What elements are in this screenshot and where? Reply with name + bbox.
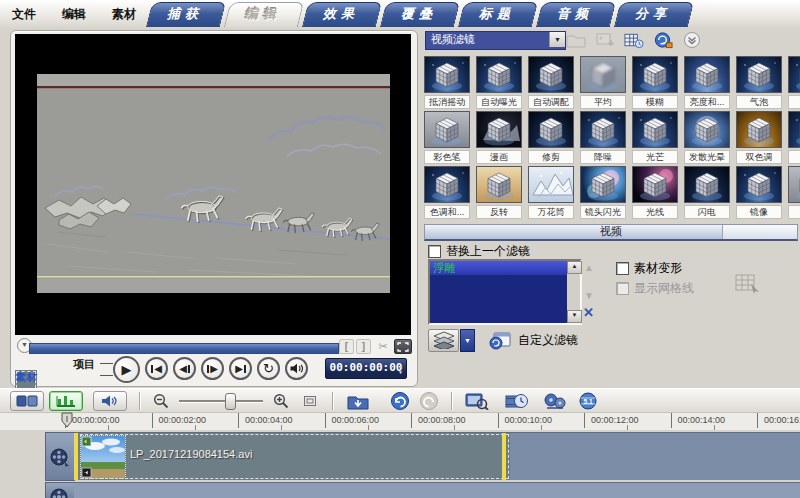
filter-thumbnail[interactable] [788, 166, 800, 203]
list-scrollbar[interactable]: ▲ ▼ [567, 261, 580, 323]
seek-bar[interactable] [29, 343, 339, 354]
video-track[interactable]: LP_20171219084154.avi [74, 432, 800, 480]
insert-media-button[interactable] [346, 391, 370, 411]
end-button[interactable]: ▶ [229, 357, 252, 380]
surround-sound-button[interactable]: 5.1 [577, 391, 601, 411]
filter-item-24[interactable] [788, 166, 800, 221]
undo-button[interactable] [388, 391, 412, 411]
filter-item-2[interactable]: 自动曝光 [476, 56, 522, 111]
menu-item-3[interactable]: 素材 [108, 4, 140, 25]
tab-1[interactable]: 捕获 [146, 1, 224, 27]
filter-item-16[interactable] [788, 111, 800, 166]
move-filter-down-button[interactable]: ▼ [584, 290, 594, 301]
tab-4[interactable]: 覆叠 [380, 1, 458, 27]
tab-7[interactable]: 分享 [614, 1, 692, 27]
applied-filter-item[interactable]: 浮雕 [430, 261, 580, 275]
filter-item-21[interactable]: 光线 [632, 166, 678, 221]
clip-trim-handle-left[interactable] [74, 433, 78, 480]
project-mode-label[interactable]: 项目 [73, 357, 95, 372]
options-panel-tab[interactable]: 视频 [424, 224, 798, 241]
next-frame-button[interactable]: ▶ [201, 357, 224, 380]
repeat-button[interactable]: ↻ [257, 357, 280, 380]
replace-last-filter-checkbox[interactable]: 替换上一个滤镜 [428, 243, 530, 260]
filter-thumbnail[interactable] [476, 166, 522, 203]
checkbox-box[interactable] [616, 262, 629, 275]
timeline-ruler[interactable]: 00:00:00:0000:00:02:0000:00:04:0000:00:0… [0, 412, 800, 431]
screen-capture-button[interactable] [465, 391, 489, 411]
mark-in-button[interactable]: [ [339, 339, 354, 354]
collapse-gallery-button[interactable] [682, 31, 702, 49]
filter-thumbnail[interactable] [580, 166, 626, 203]
delete-filter-button[interactable]: ✕ [583, 305, 594, 320]
timeline-clip[interactable]: LP_20171219084154.avi [74, 433, 510, 480]
play-button[interactable]: ▶ [113, 356, 140, 383]
filter-item-19[interactable]: 万花筒 [528, 166, 574, 221]
filter-item-20[interactable]: 镜头闪光 [580, 166, 626, 221]
timecode-spinner[interactable]: ▲▼ [396, 360, 405, 377]
library-options-button[interactable] [653, 31, 673, 49]
volume-button[interactable] [285, 357, 308, 380]
filter-thumbnail[interactable] [528, 166, 574, 203]
filter-item-15[interactable]: 双色调 [736, 111, 782, 166]
filter-presets-button[interactable] [428, 329, 459, 352]
fit-project-button[interactable] [298, 391, 322, 411]
scroll-down-button[interactable]: ▼ [567, 310, 582, 323]
slider-thumb[interactable] [225, 393, 236, 410]
filter-thumbnail[interactable] [788, 111, 800, 148]
filter-thumbnail[interactable] [424, 166, 470, 203]
timeline-view-button[interactable] [49, 391, 83, 411]
filter-thumbnail[interactable] [528, 56, 574, 93]
tab-3[interactable]: 效果 [302, 1, 380, 27]
timeline-zoom-slider[interactable] [179, 393, 263, 409]
video-track-header[interactable] [45, 432, 75, 481]
zoom-out-button[interactable] [149, 391, 173, 411]
split-clip-button[interactable]: ✂ [375, 339, 391, 354]
filter-item-6[interactable]: 亮度和... [684, 56, 730, 111]
filter-item-4[interactable]: 平均 [580, 56, 626, 111]
filter-thumbnail[interactable] [632, 56, 678, 93]
filter-item-3[interactable]: 自动调配 [528, 56, 574, 111]
filter-thumbnail[interactable] [424, 111, 470, 148]
filter-item-17[interactable]: 色调和... [424, 166, 470, 221]
storyboard-view-button[interactable] [10, 391, 44, 411]
filter-thumbnail[interactable] [528, 111, 574, 148]
filter-thumbnail[interactable] [632, 111, 678, 148]
prev-frame-button[interactable]: ◀ [173, 357, 196, 380]
filter-item-13[interactable]: 光芒 [632, 111, 678, 166]
filter-thumbnail[interactable] [424, 56, 470, 93]
gallery-dropdown[interactable]: 视频滤镜 ▼ [425, 31, 566, 50]
filter-item-18[interactable]: 反转 [476, 166, 522, 221]
filter-item-23[interactable]: 镜像 [736, 166, 782, 221]
filter-thumbnail[interactable] [580, 111, 626, 148]
move-filter-up-button[interactable]: ▲ [584, 262, 594, 273]
sound-mixer-button[interactable] [93, 391, 127, 411]
filter-thumbnail[interactable] [736, 56, 782, 93]
applied-filters-list[interactable]: 浮雕 ▲ ▼ [428, 259, 582, 325]
filter-thumbnail[interactable] [736, 166, 782, 203]
scroll-up-button[interactable]: ▲ [567, 261, 582, 274]
filter-thumbnail[interactable] [632, 166, 678, 203]
batch-convert-button[interactable] [505, 391, 529, 411]
filter-thumbnail[interactable] [476, 111, 522, 148]
customize-filter-button[interactable]: 自定义滤镜 [488, 330, 578, 350]
filter-item-14[interactable]: 发散光晕 [684, 111, 730, 166]
menu-item-2[interactable]: 编辑 [58, 4, 90, 25]
filter-item-5[interactable]: 模糊 [632, 56, 678, 111]
filter-thumbnail[interactable] [684, 111, 730, 148]
checkbox-box[interactable] [428, 245, 441, 258]
timecode-display[interactable]: 00:00:00:00 ▲▼ [325, 358, 407, 379]
tab-6[interactable]: 音频 [536, 1, 614, 27]
home-button[interactable]: ◀ [145, 357, 168, 380]
filter-item-7[interactable]: 气泡 [736, 56, 782, 111]
filter-thumbnail[interactable] [476, 56, 522, 93]
filter-item-12[interactable]: 降噪 [580, 111, 626, 166]
filter-presets-dropdown[interactable]: ▼ [460, 329, 475, 352]
filter-item-22[interactable]: 闪电 [684, 166, 730, 221]
menu-item-1[interactable]: 文件 [8, 4, 40, 25]
filter-item-10[interactable]: 漫画 [476, 111, 522, 166]
filter-item-8[interactable] [788, 56, 800, 111]
filter-thumbnail[interactable] [788, 56, 800, 93]
deform-clip-checkbox[interactable]: 素材变形 [616, 260, 682, 277]
tab-2[interactable]: 编辑 [224, 1, 302, 27]
overlay-track[interactable] [74, 482, 800, 498]
